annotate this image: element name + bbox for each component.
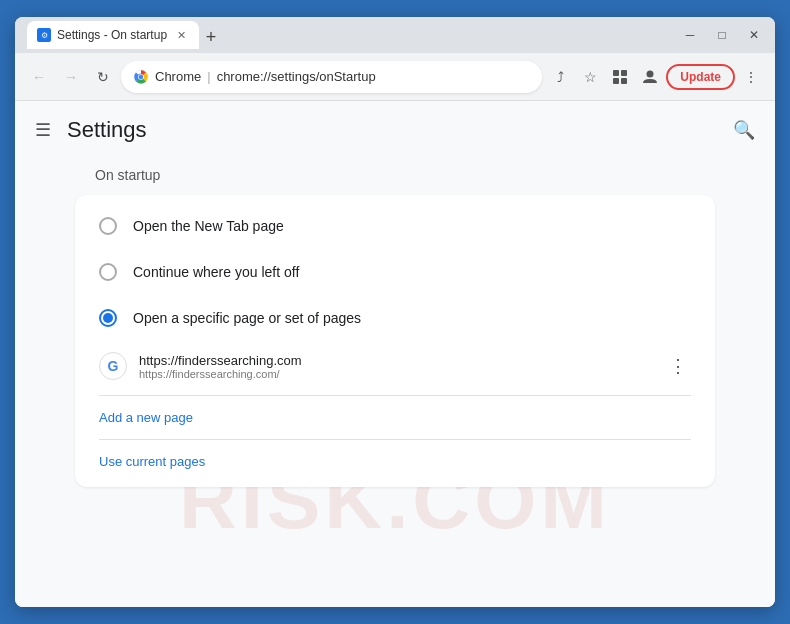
site-info: https://finderssearching.com https://fin… xyxy=(139,353,653,380)
divider-2 xyxy=(99,439,691,440)
more-button[interactable]: ⋮ xyxy=(737,63,765,91)
radio-new-tab[interactable] xyxy=(99,217,117,235)
radio-continue[interactable] xyxy=(99,263,117,281)
tab-favicon: ⚙ xyxy=(37,28,51,42)
tab-strip: ⚙ Settings - On startup ✕ + xyxy=(23,21,669,49)
option-continue-label: Continue where you left off xyxy=(133,264,299,280)
minimize-button[interactable]: ─ xyxy=(677,26,703,44)
reload-button[interactable]: ↻ xyxy=(89,63,117,91)
svg-rect-6 xyxy=(613,78,619,84)
page-content: RISK.COM ☰ Settings 🔍 On startup Open th… xyxy=(15,101,775,607)
address-bar: ← → ↻ Chrome | chrome://settings/onStart… xyxy=(15,53,775,101)
settings-layout: ☰ Settings 🔍 On startup Open the New Tab… xyxy=(15,101,775,607)
option-specific-page-label: Open a specific page or set of pages xyxy=(133,310,361,326)
new-tab-button[interactable]: + xyxy=(199,25,223,49)
add-new-page-link[interactable]: Add a new page xyxy=(75,400,217,435)
section-title: On startup xyxy=(15,159,775,195)
extensions-icon xyxy=(612,69,628,85)
settings-header: ☰ Settings 🔍 xyxy=(15,101,775,159)
settings-title: Settings xyxy=(67,117,147,143)
svg-rect-4 xyxy=(613,70,619,76)
url-text: chrome://settings/onStartup xyxy=(217,69,531,84)
extensions-button[interactable] xyxy=(606,63,634,91)
divider xyxy=(99,395,691,396)
option-specific-page[interactable]: Open a specific page or set of pages xyxy=(75,295,715,341)
radio-specific-page[interactable] xyxy=(99,309,117,327)
svg-point-8 xyxy=(647,70,654,77)
settings-card: Open the New Tab page Continue where you… xyxy=(75,195,715,487)
tab-close-button[interactable]: ✕ xyxy=(173,27,189,43)
browser-window: ⚙ Settings - On startup ✕ + ─ □ ✕ ← → ↻ xyxy=(15,17,775,607)
tab-title: Settings - On startup xyxy=(57,28,167,42)
back-button[interactable]: ← xyxy=(25,63,53,91)
share-button[interactable]: ⤴ xyxy=(546,63,574,91)
url-separator: | xyxy=(207,69,210,84)
use-current-pages-link[interactable]: Use current pages xyxy=(75,444,229,479)
chrome-icon xyxy=(133,69,149,85)
site-favicon: G xyxy=(99,352,127,380)
update-button[interactable]: Update xyxy=(666,64,735,90)
forward-button[interactable]: → xyxy=(57,63,85,91)
option-new-tab[interactable]: Open the New Tab page xyxy=(75,203,715,249)
url-bar[interactable]: Chrome | chrome://settings/onStartup xyxy=(121,61,542,93)
bookmark-button[interactable]: ☆ xyxy=(576,63,604,91)
maximize-button[interactable]: □ xyxy=(709,26,735,44)
site-url: https://finderssearching.com/ xyxy=(139,368,653,380)
settings-search-icon[interactable]: 🔍 xyxy=(733,119,755,141)
window-controls: ─ □ ✕ xyxy=(677,26,767,44)
svg-rect-5 xyxy=(621,70,627,76)
startup-page-entry: G https://finderssearching.com https://f… xyxy=(75,341,715,391)
title-bar: ⚙ Settings - On startup ✕ + ─ □ ✕ xyxy=(15,17,775,53)
menu-icon[interactable]: ☰ xyxy=(35,119,51,141)
url-chrome-label: Chrome xyxy=(155,69,201,84)
profile-button[interactable] xyxy=(636,63,664,91)
g-icon: G xyxy=(108,358,119,374)
main-area: ☰ Settings 🔍 On startup Open the New Tab… xyxy=(15,101,775,607)
option-continue[interactable]: Continue where you left off xyxy=(75,249,715,295)
close-button[interactable]: ✕ xyxy=(741,26,767,44)
site-more-button[interactable]: ⋮ xyxy=(665,351,691,381)
profile-icon xyxy=(642,69,658,85)
bar-actions: ⤴ ☆ Update ⋮ xyxy=(546,63,765,91)
site-name: https://finderssearching.com xyxy=(139,353,653,368)
svg-rect-7 xyxy=(621,78,627,84)
option-new-tab-label: Open the New Tab page xyxy=(133,218,284,234)
active-tab[interactable]: ⚙ Settings - On startup ✕ xyxy=(27,21,199,49)
svg-point-3 xyxy=(139,74,143,78)
